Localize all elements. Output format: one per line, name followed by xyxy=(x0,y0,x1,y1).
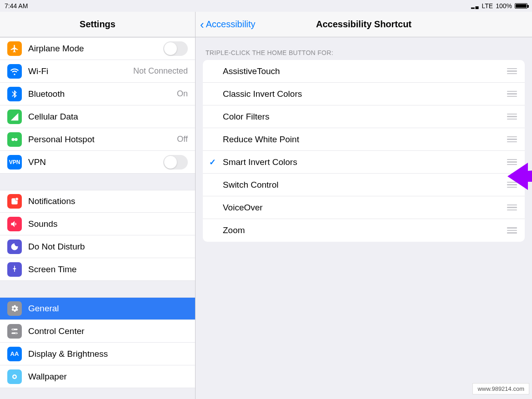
detail-header: ‹ Accessibility Accessibility Shortcut xyxy=(196,12,532,37)
sidebar-item-controlcenter[interactable]: Control Center xyxy=(0,320,195,343)
option-label: Smart Invert Colors xyxy=(223,157,507,167)
option-zoom[interactable]: Zoom xyxy=(203,219,525,242)
sidebar-item-notifications[interactable]: Notifications xyxy=(0,190,195,213)
shortcut-options-list: AssistiveTouch Classic Invert Colors Col… xyxy=(203,60,525,242)
drag-handle-icon[interactable] xyxy=(507,136,517,143)
option-switch-control[interactable]: Switch Control xyxy=(203,174,525,196)
wifi-icon xyxy=(7,64,22,79)
svg-point-1 xyxy=(15,138,18,141)
battery-percent: 100% xyxy=(496,2,512,10)
hotspot-icon xyxy=(7,132,22,147)
general-icon xyxy=(7,301,22,316)
cellular-icon xyxy=(7,110,22,124)
option-label: Reduce White Point xyxy=(223,135,507,145)
option-smart-invert[interactable]: ✓ Smart Invert Colors xyxy=(203,151,525,174)
svg-point-6 xyxy=(12,329,14,330)
bluetooth-icon xyxy=(7,87,22,101)
drag-handle-icon[interactable] xyxy=(507,182,517,188)
option-label: Zoom xyxy=(223,225,507,235)
row-detail: Off xyxy=(177,135,188,144)
sidebar-group-alerts: Notifications Sounds Do Not Disturb Scre… xyxy=(0,190,195,281)
svg-point-9 xyxy=(14,375,16,378)
notifications-icon xyxy=(7,194,22,209)
row-label: Control Center xyxy=(28,326,188,336)
row-label: Sounds xyxy=(28,219,188,229)
sidebar-item-screentime[interactable]: Screen Time xyxy=(0,258,195,281)
detail-pane: ‹ Accessibility Accessibility Shortcut T… xyxy=(196,12,532,399)
row-label: General xyxy=(28,304,188,314)
sidebar-item-hotspot[interactable]: Personal Hotspot Off xyxy=(0,128,195,151)
option-classic-invert[interactable]: Classic Invert Colors xyxy=(203,83,525,105)
sidebar-item-general[interactable]: General xyxy=(0,297,195,320)
sidebar-title: Settings xyxy=(80,19,115,30)
status-bar: 7:44 AM ▂▄ LTE 100% xyxy=(0,0,532,12)
sidebar-item-bluetooth[interactable]: Bluetooth On xyxy=(0,83,195,105)
sidebar-item-cellular[interactable]: Cellular Data xyxy=(0,105,195,128)
sidebar-group-system: General Control Center AA Display & Brig… xyxy=(0,297,195,388)
sidebar-list[interactable]: Airplane Mode Wi-Fi Not Connected Blueto… xyxy=(0,37,195,399)
option-label: AssistiveTouch xyxy=(223,66,507,76)
battery-icon xyxy=(515,3,527,9)
svg-point-7 xyxy=(15,332,17,334)
row-label: Screen Time xyxy=(28,264,188,274)
wallpaper-icon xyxy=(7,369,22,384)
row-label: Notifications xyxy=(28,196,188,206)
option-reduce-white-point[interactable]: Reduce White Point xyxy=(203,128,525,151)
carrier-label: LTE xyxy=(482,2,493,10)
watermark: www.989214.com xyxy=(472,383,529,394)
row-label: Personal Hotspot xyxy=(28,135,177,145)
row-label: Bluetooth xyxy=(28,89,177,99)
drag-handle-icon[interactable] xyxy=(507,159,517,165)
row-label: Wi-Fi xyxy=(28,66,133,76)
row-label: Wallpaper xyxy=(28,372,188,382)
controlcenter-icon xyxy=(7,324,22,339)
back-label: Accessibility xyxy=(206,19,256,30)
drag-handle-icon[interactable] xyxy=(507,68,517,75)
signal-icon: ▂▄ xyxy=(471,4,479,9)
sidebar-item-sounds[interactable]: Sounds xyxy=(0,213,195,235)
back-button[interactable]: ‹ Accessibility xyxy=(200,19,256,30)
drag-handle-icon[interactable] xyxy=(507,114,517,120)
drag-handle-icon[interactable] xyxy=(507,91,517,97)
chevron-left-icon: ‹ xyxy=(200,19,204,30)
drag-handle-icon[interactable] xyxy=(507,204,517,211)
sidebar-item-dnd[interactable]: Do Not Disturb xyxy=(0,235,195,258)
detail-title: Accessibility Shortcut xyxy=(316,19,412,30)
airplane-toggle[interactable] xyxy=(163,41,188,56)
row-detail: On xyxy=(177,89,188,99)
option-assistivetouch[interactable]: AssistiveTouch xyxy=(203,60,525,83)
sidebar-item-airplane[interactable]: Airplane Mode xyxy=(0,37,195,60)
option-label: Classic Invert Colors xyxy=(223,89,507,99)
svg-point-3 xyxy=(15,198,19,201)
row-detail: Not Connected xyxy=(133,66,188,76)
vpn-icon: VPN xyxy=(7,155,22,170)
screentime-icon xyxy=(7,262,22,277)
dnd-icon xyxy=(7,239,22,254)
sidebar-item-wifi[interactable]: Wi-Fi Not Connected xyxy=(0,60,195,83)
sounds-icon xyxy=(7,217,22,231)
drag-handle-icon[interactable] xyxy=(507,227,517,234)
sidebar-item-vpn[interactable]: VPN VPN xyxy=(0,151,195,174)
display-icon: AA xyxy=(7,347,22,361)
option-color-filters[interactable]: Color Filters xyxy=(203,105,525,128)
option-label: Color Filters xyxy=(223,112,507,122)
row-label: Cellular Data xyxy=(28,112,188,122)
row-label: Display & Brightness xyxy=(28,349,188,359)
sidebar-item-display[interactable]: AA Display & Brightness xyxy=(0,343,195,365)
airplane-icon xyxy=(7,41,22,56)
vpn-toggle[interactable] xyxy=(163,155,188,170)
option-voiceover[interactable]: VoiceOver xyxy=(203,196,525,219)
section-header: TRIPLE-CLICK THE HOME BUTTON FOR: xyxy=(196,37,532,60)
row-label: VPN xyxy=(28,157,163,167)
sidebar-item-wallpaper[interactable]: Wallpaper xyxy=(0,365,195,388)
row-label: Do Not Disturb xyxy=(28,242,188,252)
option-label: VoiceOver xyxy=(223,203,507,213)
checkmark-icon: ✓ xyxy=(209,157,216,167)
svg-point-0 xyxy=(11,138,15,141)
row-label: Airplane Mode xyxy=(28,44,163,54)
sidebar-header: Settings xyxy=(0,12,195,37)
status-time: 7:44 AM xyxy=(5,2,28,10)
sidebar-group-connectivity: Airplane Mode Wi-Fi Not Connected Blueto… xyxy=(0,37,195,174)
settings-sidebar: Settings Airplane Mode Wi-Fi Not Connect… xyxy=(0,12,196,399)
option-label: Switch Control xyxy=(223,180,507,190)
